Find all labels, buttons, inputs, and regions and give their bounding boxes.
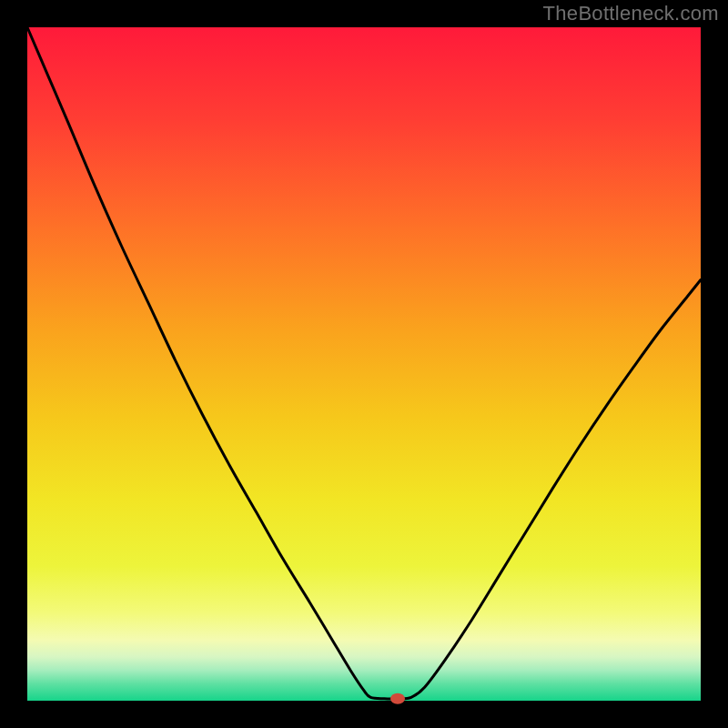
chart-frame: TheBottleneck.com bbox=[0, 0, 728, 728]
plot-background bbox=[27, 27, 701, 701]
optimal-marker bbox=[390, 693, 405, 704]
watermark-label: TheBottleneck.com bbox=[543, 2, 719, 25]
bottleneck-chart bbox=[0, 0, 728, 728]
